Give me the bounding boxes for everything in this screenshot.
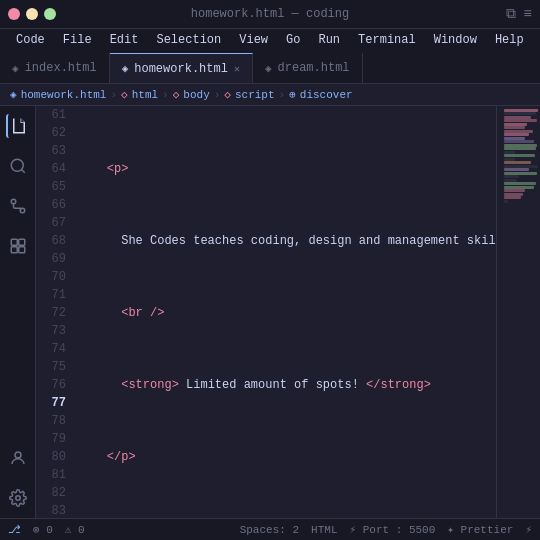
close-button[interactable] (8, 8, 20, 20)
port-indicator[interactable]: ⚡ Port : 5500 (349, 523, 435, 536)
git-branch-icon[interactable]: ⎇ (8, 523, 21, 536)
menu-edit[interactable]: Edit (102, 31, 147, 49)
broadcast-icon[interactable]: ⚡ (525, 523, 532, 536)
language-mode[interactable]: HTML (311, 524, 337, 536)
status-right: Spaces: 2 HTML ⚡ Port : 5500 ✦ Prettier … (240, 523, 532, 536)
tab-label: index.html (25, 61, 97, 75)
explorer-icon[interactable] (6, 114, 30, 138)
status-bar: ⎇ ⊗ 0 ⚠ 0 Spaces: 2 HTML ⚡ Port : 5500 ✦… (0, 518, 540, 540)
code-editor[interactable]: <p> She Codes teaches coding, design and… (74, 106, 496, 518)
menu-file[interactable]: File (55, 31, 100, 49)
title-bar-icons: ⧉ ≡ (506, 6, 532, 22)
search-icon[interactable] (6, 154, 30, 178)
breadcrumb-icon: ◈ (10, 88, 17, 101)
menu-terminal[interactable]: Terminal (350, 31, 424, 49)
tab-label: homework.html (134, 62, 228, 76)
window-controls (8, 8, 56, 20)
code-line-65: </p> (78, 448, 496, 466)
minimap (496, 106, 540, 518)
bc-fn-icon: ⊕ (289, 88, 296, 101)
bc-body-icon: ◇ (173, 88, 180, 101)
split-editor-icon[interactable]: ⧉ (506, 6, 516, 22)
breadcrumb-item[interactable]: discover (300, 89, 353, 101)
menu-run[interactable]: Run (310, 31, 348, 49)
settings-icon[interactable] (6, 486, 30, 510)
svg-rect-7 (18, 247, 24, 253)
status-left: ⎇ ⊗ 0 ⚠ 0 (8, 523, 85, 536)
code-line-64: <strong> Limited amount of spots! </stro… (78, 376, 496, 394)
svg-line-1 (21, 169, 24, 172)
tab-homework-html[interactable]: ◈ homework.html ✕ (110, 53, 253, 83)
maximize-button[interactable] (44, 8, 56, 20)
menu-bar: Code File Edit Selection View Go Run Ter… (0, 28, 540, 50)
html-file-icon: ◈ (122, 62, 129, 75)
extensions-icon[interactable] (6, 234, 30, 258)
svg-rect-6 (11, 247, 17, 253)
warning-count[interactable]: ⚠ 0 (65, 523, 85, 536)
prettier-indicator[interactable]: ✦ Prettier (447, 523, 513, 536)
breadcrumb: ◈ homework.html › ◇ html › ◇ body › ◇ sc… (0, 84, 540, 106)
more-icon[interactable]: ≡ (524, 6, 532, 22)
breadcrumb-sep: › (162, 89, 169, 101)
tab-index-html[interactable]: ◈ index.html (0, 53, 110, 83)
code-line-63: <br /> (78, 304, 496, 322)
svg-rect-4 (11, 239, 17, 245)
breadcrumb-sep: › (214, 89, 221, 101)
close-tab-icon[interactable]: ✕ (234, 63, 240, 75)
spaces-indicator[interactable]: Spaces: 2 (240, 524, 299, 536)
title-bar: homework.html — coding ⧉ ≡ (0, 0, 540, 28)
breadcrumb-item[interactable]: html (132, 89, 158, 101)
menu-selection[interactable]: Selection (148, 31, 229, 49)
menu-code[interactable]: Code (8, 31, 53, 49)
editor-area[interactable]: 61 62 63 64 65 66 67 68 69 70 71 72 73 7… (36, 106, 496, 518)
svg-point-8 (15, 452, 21, 458)
git-icon[interactable] (6, 194, 30, 218)
tab-bar: ◈ index.html ◈ homework.html ✕ ◈ dream.h… (0, 50, 540, 84)
menu-window[interactable]: Window (426, 31, 485, 49)
menu-view[interactable]: View (231, 31, 276, 49)
tab-dream-html[interactable]: ◈ dream.html (253, 53, 363, 83)
main-area: 61 62 63 64 65 66 67 68 69 70 71 72 73 7… (0, 106, 540, 518)
html-file-icon: ◈ (12, 62, 19, 75)
minimize-button[interactable] (26, 8, 38, 20)
code-line-61: <p> (78, 160, 496, 178)
svg-rect-5 (18, 239, 24, 245)
error-count[interactable]: ⊗ 0 (33, 523, 53, 536)
breadcrumb-item[interactable]: homework.html (21, 89, 107, 101)
svg-point-0 (11, 159, 23, 171)
account-icon[interactable] (6, 446, 30, 470)
breadcrumb-sep: › (279, 89, 286, 101)
code-line-62: She Codes teaches coding, design and man… (78, 232, 496, 250)
menu-help[interactable]: Help (487, 31, 532, 49)
svg-point-9 (15, 496, 20, 501)
breadcrumb-item[interactable]: script (235, 89, 275, 101)
bc-script-icon: ◇ (224, 88, 231, 101)
html-file-icon: ◈ (265, 62, 272, 75)
svg-point-3 (11, 199, 16, 204)
activity-bar (0, 106, 36, 518)
breadcrumb-sep: › (110, 89, 117, 101)
menu-go[interactable]: Go (278, 31, 308, 49)
line-numbers: 61 62 63 64 65 66 67 68 69 70 71 72 73 7… (36, 106, 74, 518)
bc-html-icon: ◇ (121, 88, 128, 101)
breadcrumb-item[interactable]: body (183, 89, 209, 101)
window-title: homework.html — coding (191, 7, 349, 21)
tab-label: dream.html (278, 61, 350, 75)
